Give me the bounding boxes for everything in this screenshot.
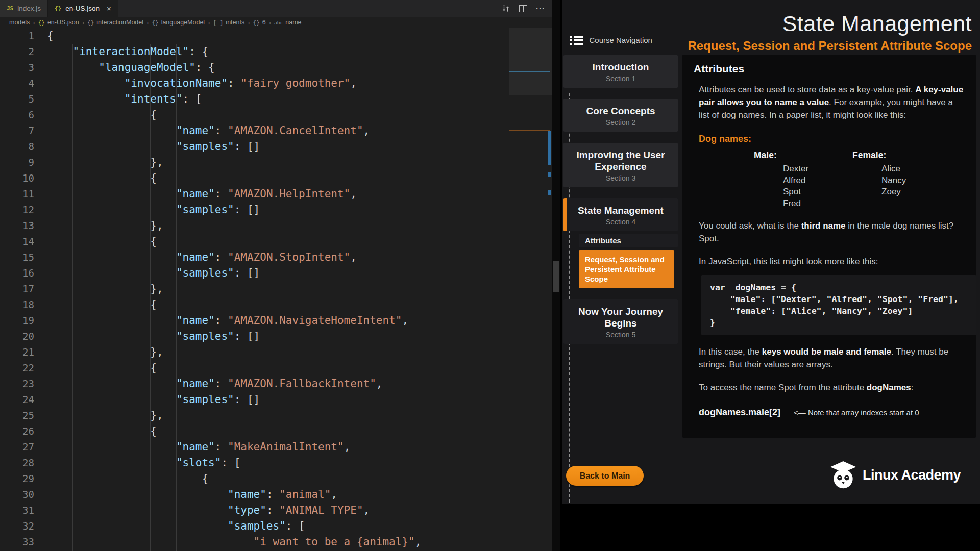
back-to-main-button[interactable]: Back to Main — [566, 466, 644, 486]
nav-section-label: Section 3 — [568, 174, 674, 182]
brand-name: Linux Academy — [863, 467, 961, 483]
code-line[interactable]: 30 "name": "animal", — [0, 487, 552, 503]
more-actions-icon[interactable]: ··· — [536, 4, 545, 13]
code-line[interactable]: 15 "name": "AMAZON.StopIntent", — [0, 249, 552, 265]
line-number: 18 — [0, 297, 34, 313]
line-number: 9 — [0, 155, 34, 170]
breadcrumb-item[interactable]: {}languageModel — [152, 19, 205, 26]
code-text: { — [34, 107, 157, 123]
nav-section-label: Section 4 — [568, 218, 674, 226]
female-names-list: AliceNancyZoey — [852, 163, 906, 198]
nav-section-label: Section 2 — [568, 118, 674, 127]
line-number: 12 — [0, 202, 34, 218]
code-text: "intents": [ — [34, 91, 202, 107]
female-column-header: Female: — [852, 149, 906, 162]
open-changes-icon[interactable] — [501, 4, 510, 13]
line-number: 33 — [0, 534, 34, 550]
code-line[interactable]: 28 "slots": [ — [0, 455, 552, 471]
code-example-line: } — [710, 317, 968, 329]
course-navigation-header[interactable]: Course Navigation — [570, 36, 652, 45]
code-line[interactable]: 33 "i want to be a {animal}", — [0, 534, 552, 550]
line-number: 16 — [0, 265, 34, 281]
minimap[interactable]: { "interactionModel": { "languageModel":… — [509, 28, 548, 551]
code-line[interactable]: 19 "name": "AMAZON.NavigateHomeIntent", — [0, 313, 552, 329]
code-line[interactable]: 21 }, — [0, 344, 552, 360]
code-line[interactable]: 6 { — [0, 107, 552, 123]
code-line[interactable]: 17 }, — [0, 281, 552, 297]
code-text: "type": "ANIMAL_TYPE", — [34, 503, 370, 518]
breadcrumb-item[interactable]: abcname — [274, 19, 301, 26]
code-line[interactable]: 8 "samples": [] — [0, 139, 552, 155]
code-editor-area[interactable]: 1{2 "interactionModel": {3 "languageMode… — [0, 28, 552, 551]
breadcrumb-item[interactable]: {}en-US.json — [38, 19, 79, 26]
code-line[interactable]: 3 "languageModel": { — [0, 60, 552, 76]
code-line[interactable]: 32 "samples": [ — [0, 518, 552, 534]
overview-ruler-mark — [548, 131, 551, 165]
nav-section-introduction[interactable]: IntroductionSection 1 — [564, 55, 678, 88]
line-number: 11 — [0, 186, 34, 202]
code-text: "name": "AMAZON.CancelIntent", — [34, 123, 370, 139]
attribute-access-code: dogNames.male[2] — [699, 406, 780, 419]
code-line[interactable]: 25 }, — [0, 408, 552, 423]
string-symbol-icon: abc — [274, 20, 283, 26]
line-number: 32 — [0, 518, 34, 534]
nav-lesson-attributes[interactable]: Attributes — [579, 234, 678, 247]
code-text: "samples": [] — [34, 392, 260, 408]
code-line[interactable]: 16 "samples": [] — [0, 265, 552, 281]
dog-name: Nancy — [881, 175, 906, 187]
code-line[interactable]: 26 { — [0, 423, 552, 439]
code-line[interactable]: 22 { — [0, 360, 552, 376]
code-line[interactable]: 18 { — [0, 297, 552, 313]
code-text: }, — [34, 344, 163, 360]
code-line[interactable]: 5 "intents": [ — [0, 91, 552, 107]
code-line[interactable]: 10 { — [0, 170, 552, 186]
code-line[interactable]: 24 "samples": [] — [0, 392, 552, 408]
breadcrumb-item[interactable]: {}interactionModel — [87, 19, 143, 26]
code-line[interactable]: 31 "type": "ANIMAL_TYPE", — [0, 503, 552, 518]
code-line[interactable]: 27 "name": "MakeAnimalIntent", — [0, 439, 552, 455]
nav-lesson-request-session-and-persistent-attribute[interactable]: Request, Session and Persistent Attribut… — [579, 250, 674, 288]
breadcrumb-label: name — [285, 19, 301, 26]
breadcrumb-item[interactable]: {}6 — [253, 19, 266, 26]
code-text: "name": "AMAZON.StopIntent", — [34, 249, 357, 265]
code-example-line: "male": ["Dexter", "Alfred", "Spot", "Fr… — [710, 293, 968, 305]
lesson-paragraph: To access the name Spot from the attribu… — [699, 381, 965, 394]
code-line[interactable]: 7 "name": "AMAZON.CancelIntent", — [0, 123, 552, 139]
split-editor-icon[interactable] — [519, 4, 528, 13]
dog-name: Fred — [783, 198, 808, 210]
code-line[interactable]: 9 }, — [0, 155, 552, 170]
nav-section-state-management[interactable]: State ManagementSection 4 — [564, 198, 678, 231]
tab-index-js[interactable]: JS index.js — [0, 0, 48, 17]
breadcrumb-label: languageModel — [161, 19, 205, 26]
scrollbar-thumb[interactable] — [553, 261, 559, 292]
line-number: 15 — [0, 249, 34, 265]
code-line[interactable]: 23 "name": "AMAZON.FallbackIntent", — [0, 376, 552, 392]
nav-section-title: State Management — [568, 205, 674, 216]
code-line[interactable]: 20 "samples": [] — [0, 329, 552, 344]
code-text: "name": "AMAZON.HelpIntent", — [34, 186, 357, 202]
nav-section-core-concepts[interactable]: Core ConceptsSection 2 — [564, 99, 678, 132]
nav-section-now-your-journey-begins[interactable]: Now Your Journey BeginsSection 5 — [564, 299, 678, 344]
tab-en-us-json[interactable]: {} en-US.json × — [48, 0, 118, 17]
breadcrumb-item[interactable]: [ ]intents — [213, 19, 244, 26]
breadcrumb-item[interactable]: models — [9, 19, 30, 26]
code-line[interactable]: 29 { — [0, 471, 552, 487]
code-line[interactable]: 13 }, — [0, 218, 552, 234]
code-line[interactable]: 1{ — [0, 28, 552, 44]
line-number: 24 — [0, 392, 34, 408]
code-line[interactable]: 11 "name": "AMAZON.HelpIntent", — [0, 186, 552, 202]
code-line[interactable]: 14 { — [0, 234, 552, 249]
line-number: 10 — [0, 170, 34, 186]
line-number: 29 — [0, 471, 34, 487]
code-line[interactable]: 4 "invocationName": "fairy godmother", — [0, 76, 552, 91]
minimap-highlight — [509, 130, 550, 131]
code-line[interactable]: 2 "interactionModel": { — [0, 44, 552, 60]
editor-scrollbar[interactable] — [552, 0, 560, 551]
code-line[interactable]: 12 "samples": [] — [0, 202, 552, 218]
line-number: 8 — [0, 139, 34, 155]
line-number: 22 — [0, 360, 34, 376]
minimap-current-line — [509, 71, 550, 72]
close-tab-icon[interactable]: × — [107, 4, 111, 13]
code-example-line: "female": ["Alice", "Nancy", "Zoey"] — [710, 305, 968, 317]
nav-section-improving-the-user-experience[interactable]: Improving the User ExperienceSection 3 — [564, 143, 678, 187]
